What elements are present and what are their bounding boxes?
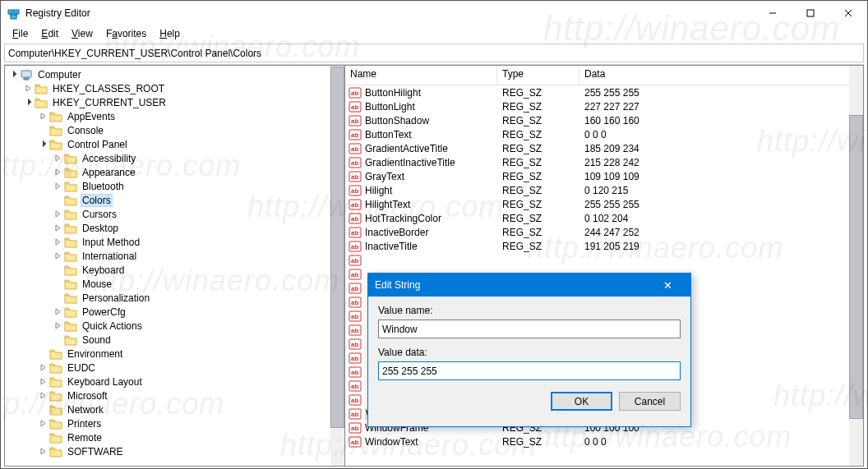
expand-icon[interactable] bbox=[38, 391, 48, 401]
tree-item-bluetooth[interactable]: Bluetooth bbox=[5, 179, 344, 193]
tree-item-environment[interactable]: Environment bbox=[5, 347, 344, 361]
tree-label: Personalization bbox=[81, 292, 151, 304]
expand-icon[interactable] bbox=[53, 279, 62, 289]
list-row[interactable]: abHotTrackingColorREG_SZ0 102 204 bbox=[345, 211, 863, 225]
expand-icon[interactable] bbox=[53, 321, 62, 331]
col-header-type[interactable]: Type bbox=[497, 66, 579, 85]
expand-icon[interactable] bbox=[53, 182, 62, 191]
tree-item-hkey-current-user[interactable]: HKEY_CURRENT_USER bbox=[5, 95, 344, 109]
value-name-input[interactable] bbox=[378, 320, 681, 338]
menu-file[interactable]: File bbox=[6, 27, 35, 40]
close-button[interactable] bbox=[829, 1, 867, 25]
col-header-data[interactable]: Data bbox=[579, 66, 863, 85]
ok-button[interactable]: OK bbox=[551, 392, 612, 411]
expand-icon[interactable] bbox=[38, 349, 48, 359]
svg-text:ab: ab bbox=[351, 145, 358, 153]
tree-item-powercfg[interactable]: PowerCfg bbox=[5, 305, 344, 319]
expand-icon[interactable] bbox=[38, 126, 48, 136]
expand-icon[interactable] bbox=[38, 377, 48, 387]
list-row[interactable]: abHilightTextREG_SZ255 255 255 bbox=[345, 197, 863, 211]
expand-icon[interactable] bbox=[38, 433, 48, 443]
tree-item-eudc[interactable]: EUDC bbox=[5, 361, 344, 375]
list-row[interactable]: abButtonLightREG_SZ227 227 227 bbox=[345, 99, 863, 113]
string-value-icon: ab bbox=[349, 394, 362, 406]
tree-item-remote[interactable]: Remote bbox=[5, 430, 344, 444]
expand-icon[interactable] bbox=[53, 168, 62, 177]
folder-icon bbox=[49, 418, 62, 430]
list-row[interactable]: abButtonHilightREG_SZ255 255 255 bbox=[345, 85, 863, 99]
tree-scrollbar[interactable] bbox=[330, 66, 344, 466]
menu-edit[interactable]: Edit bbox=[35, 27, 65, 40]
expand-icon[interactable] bbox=[53, 195, 62, 205]
maximize-button[interactable] bbox=[792, 1, 829, 25]
expand-icon[interactable] bbox=[38, 112, 48, 122]
address-bar[interactable]: Computer\HKEY_CURRENT_USER\Control Panel… bbox=[4, 44, 864, 62]
tree-item-printers[interactable]: Printers bbox=[5, 416, 344, 430]
list-row[interactable]: abGradientActiveTitleREG_SZ185 209 234 bbox=[345, 141, 863, 155]
expand-icon[interactable] bbox=[53, 293, 62, 303]
list-row[interactable]: abHilightREG_SZ0 120 215 bbox=[345, 183, 863, 197]
list-scrollbar[interactable] bbox=[849, 66, 863, 466]
folder-icon bbox=[49, 111, 62, 122]
list-row[interactable]: abButtonTextREG_SZ0 0 0 bbox=[345, 127, 863, 141]
expand-icon[interactable] bbox=[38, 363, 48, 373]
expand-icon[interactable] bbox=[38, 419, 48, 429]
folder-icon bbox=[64, 264, 77, 276]
dialog-titlebar[interactable]: Edit String ✕ bbox=[368, 274, 690, 297]
tree-item-mouse[interactable]: Mouse bbox=[5, 277, 344, 291]
dialog-close-button[interactable]: ✕ bbox=[651, 279, 684, 292]
tree-item-cursors[interactable]: Cursors bbox=[5, 207, 344, 221]
tree-item-quick-actions[interactable]: Quick Actions bbox=[5, 319, 344, 333]
tree-item-console[interactable]: Console bbox=[5, 123, 344, 137]
list-row[interactable]: abInactiveTitleREG_SZ191 205 219 bbox=[345, 239, 863, 253]
list-row[interactable]: abInactiveBorderREG_SZ244 247 252 bbox=[345, 225, 863, 239]
list-row[interactable]: abGrayTextREG_SZ109 109 109 bbox=[345, 169, 863, 183]
list-row[interactable]: abButtonShadowREG_SZ160 160 160 bbox=[345, 113, 863, 127]
expand-icon[interactable] bbox=[53, 265, 62, 275]
tree-item-international[interactable]: International bbox=[5, 249, 344, 263]
tree-item-keyboard-layout[interactable]: Keyboard Layout bbox=[5, 375, 344, 389]
list-row[interactable]: abWindowTextREG_SZ0 0 0 bbox=[345, 435, 863, 448]
value-name: InactiveTitle bbox=[365, 241, 418, 252]
folder-icon bbox=[64, 292, 77, 304]
tree-item-accessibility[interactable]: Accessibility bbox=[5, 151, 344, 165]
cancel-button[interactable]: Cancel bbox=[619, 392, 681, 411]
expand-icon[interactable] bbox=[53, 154, 62, 163]
tree-item-colors[interactable]: Colors bbox=[5, 193, 344, 207]
tree-item-hkey-classes-root[interactable]: HKEY_CLASSES_ROOT bbox=[5, 81, 344, 95]
tree-item-appearance[interactable]: Appearance bbox=[5, 165, 344, 179]
col-header-name[interactable]: Name bbox=[345, 66, 497, 85]
expand-icon[interactable] bbox=[53, 251, 62, 261]
expand-icon[interactable] bbox=[8, 70, 18, 80]
tree-item-personalization[interactable]: Personalization bbox=[5, 291, 344, 305]
tree-item-network[interactable]: Network bbox=[5, 402, 344, 416]
menu-favorites[interactable]: Favorites bbox=[99, 27, 153, 40]
expand-icon[interactable] bbox=[53, 335, 62, 345]
expand-icon[interactable] bbox=[23, 84, 33, 94]
tree-item-input-method[interactable]: Input Method bbox=[5, 235, 344, 249]
value-data-input[interactable] bbox=[378, 361, 681, 380]
tree-item-software[interactable]: SOFTWARE bbox=[5, 444, 344, 458]
tree-item-microsoft[interactable]: Microsoft bbox=[5, 389, 344, 402]
expand-icon[interactable] bbox=[53, 209, 62, 219]
expand-icon[interactable] bbox=[53, 223, 62, 233]
string-value-icon: ab bbox=[349, 324, 362, 336]
menu-help[interactable]: Help bbox=[153, 27, 187, 40]
tree-item-desktop[interactable]: Desktop bbox=[5, 221, 344, 235]
expand-icon[interactable] bbox=[53, 237, 62, 247]
tree-item-appevents[interactable]: AppEvents bbox=[5, 109, 344, 123]
svg-text:ab: ab bbox=[351, 439, 358, 446]
menu-view[interactable]: View bbox=[65, 27, 99, 40]
list-row[interactable]: ab bbox=[345, 253, 863, 267]
minimize-button[interactable] bbox=[754, 1, 792, 25]
tree-item-keyboard[interactable]: Keyboard bbox=[5, 263, 344, 277]
expand-icon[interactable] bbox=[53, 307, 62, 317]
expand-icon[interactable] bbox=[38, 447, 48, 457]
expand-icon[interactable] bbox=[23, 98, 33, 108]
expand-icon[interactable] bbox=[38, 140, 48, 149]
tree-item-sound[interactable]: Sound bbox=[5, 333, 344, 347]
tree-item-control-panel[interactable]: Control Panel bbox=[5, 137, 344, 151]
list-row[interactable]: abGradientInactiveTitleREG_SZ215 228 242 bbox=[345, 155, 863, 169]
expand-icon[interactable] bbox=[38, 405, 48, 415]
tree-item-computer[interactable]: Computer bbox=[5, 67, 344, 81]
